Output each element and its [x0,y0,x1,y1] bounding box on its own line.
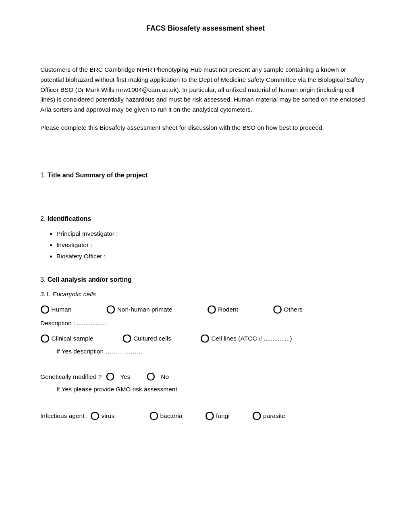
option-cell-lines[interactable]: O Cell lines (ATCC # ...............) [200,332,292,345]
option-parasite[interactable]: O parasite [252,410,286,422]
option-bacteria[interactable]: O bacteria [149,410,183,422]
option-others[interactable]: O Others [273,303,303,316]
bullet-item-bso: Biosafety Officer : [56,251,371,262]
radio-gm-yes-icon: O [106,371,115,382]
radio-human-label: Human [51,306,71,313]
bullet-item-pi: Principal Investigator : [56,228,371,239]
subsection-31-label: 3.1. Eucaryotic cells [40,291,371,298]
radio-rodent-label: Rodent [218,306,238,313]
radio-gm-no-label[interactable]: No [161,373,169,380]
gm-label: Genetically modified ? [40,373,102,380]
radio-celllines-icon: O [200,332,210,345]
radio-celllines-label: Cell lines (ATCC # ...............) [211,335,292,342]
section3-title: Cell analysis and/or sorting [48,276,132,283]
option-rodent[interactable]: O Rodent [207,303,238,316]
radio-nhp-icon: O [106,303,115,316]
sample-type-row: O Clinical sample O Cultured cells O Cel… [40,332,371,345]
radio-rodent-icon: O [207,303,216,316]
radio-fungi-icon: O [205,410,214,422]
infectious-agent-row: Infectious agent : O virus O bacteria O … [40,410,371,422]
radio-cultured-label: Cultured cells [133,335,171,342]
radio-others-icon: O [273,303,282,316]
identifications-list: Principal Investigator : Investigator : … [40,228,371,262]
radio-parasite-icon: O [252,410,262,422]
section3-heading: 3. Cell analysis and/or sorting [40,276,371,283]
option-virus[interactable]: O virus [90,410,114,422]
section2-title: Identifications [48,215,91,222]
if-yes-gmo: If Yes please provide GMO risk assessmen… [56,386,371,393]
option-human[interactable]: O Human [40,303,71,316]
option-non-human-primate[interactable]: O Non-human primate [106,303,172,316]
option-cultured-cells[interactable]: O Cultured cells [122,332,171,345]
radio-virus-label: virus [101,412,114,420]
eucaryotic-type-row: O Human O Non-human primate O Rodent O O… [40,303,371,316]
radio-bacteria-label: bacteria [160,412,182,420]
bullet-item-investigator: Investigator : [56,239,371,251]
radio-clinical-icon: O [40,332,50,345]
page-title: FACS Biosafety assessment sheet [40,24,371,33]
section2-heading: 2. Identifications [40,215,371,222]
radio-virus-icon: O [90,410,100,422]
infectious-label: Infectious agent : [40,412,88,420]
if-yes-description: If Yes description ……………… [56,348,371,355]
intro-paragraph-2: Please complete this Biosafety assessmen… [40,123,371,133]
intro-paragraph-1: Customers of the BRC Cambridge NIHR Phen… [40,65,371,115]
radio-others-label: Others [284,306,303,313]
radio-nhp-label: Non-human primate [117,306,172,313]
radio-human-icon: O [40,303,50,316]
radio-fungi-label: fungi [216,412,230,420]
radio-bacteria-icon: O [149,410,158,422]
radio-gm-yes-label[interactable]: Yes [120,373,130,380]
page: FACS Biosafety assessment sheet Customer… [0,0,411,532]
radio-parasite-label: parasite [263,412,285,420]
radio-gm-no-icon: O [147,371,156,382]
description-line: Description : ................. [40,320,371,327]
option-fungi[interactable]: O fungi [205,410,230,422]
radio-cultured-icon: O [122,332,132,345]
section1-heading: 1. Title and Summary of the project [40,172,371,179]
radio-clinical-label: Clinical sample [51,335,93,342]
section1-title: Title and Summary of the project [48,172,148,179]
gm-row: Genetically modified ? O Yes O No [40,371,371,382]
option-clinical-sample[interactable]: O Clinical sample [40,332,93,345]
